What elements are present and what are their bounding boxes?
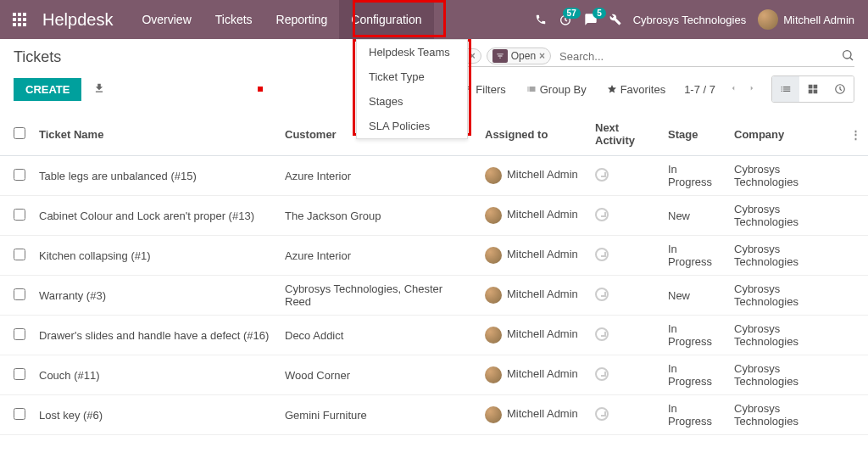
dd-helpdesk-teams[interactable]: Helpdesk Teams bbox=[357, 40, 467, 64]
assignee-avatar bbox=[485, 327, 502, 344]
pager-next[interactable] bbox=[744, 79, 760, 100]
import-icon[interactable] bbox=[93, 82, 105, 97]
cell-activity[interactable] bbox=[588, 395, 661, 435]
groupby-button[interactable]: Group By bbox=[518, 78, 595, 101]
col-assigned[interactable]: Assigned to bbox=[478, 113, 588, 156]
view-activity-icon[interactable] bbox=[826, 76, 854, 102]
cell-activity[interactable] bbox=[588, 196, 661, 236]
search-input[interactable] bbox=[556, 48, 841, 64]
cell-activity[interactable] bbox=[588, 316, 661, 355]
svg-rect-2 bbox=[23, 13, 26, 16]
assignee-avatar bbox=[485, 207, 502, 224]
view-list-icon[interactable] bbox=[772, 76, 799, 102]
nav-items: Overview Tickets Reporting Configuration bbox=[130, 0, 433, 39]
nav-configuration[interactable]: Configuration bbox=[339, 0, 433, 39]
svg-rect-11 bbox=[809, 85, 813, 89]
svg-rect-7 bbox=[18, 23, 21, 26]
cell-assigned: Mitchell Admin bbox=[478, 276, 588, 316]
assignee-avatar bbox=[485, 366, 502, 383]
svg-rect-6 bbox=[13, 23, 16, 26]
view-kanban-icon[interactable] bbox=[799, 76, 826, 102]
table-row[interactable]: Table legs are unbalanced (#15) Azure In… bbox=[0, 156, 868, 196]
cell-stage: In Progress bbox=[661, 316, 727, 355]
user-name-label: Mitchell Admin bbox=[783, 14, 854, 26]
red-marker bbox=[258, 87, 263, 92]
search-icon[interactable] bbox=[841, 48, 854, 64]
timer-icon[interactable]: 57 bbox=[559, 13, 572, 26]
nav-reporting[interactable]: Reporting bbox=[264, 0, 340, 39]
chip-close-icon[interactable]: × bbox=[470, 50, 476, 62]
cell-stage: New bbox=[661, 276, 727, 316]
cell-activity[interactable] bbox=[588, 276, 661, 316]
table-row[interactable]: Drawer's slides and handle have a defect… bbox=[0, 316, 868, 355]
tools-icon[interactable] bbox=[609, 14, 621, 25]
cell-customer: Wood Corner bbox=[278, 355, 478, 395]
cell-customer: Gemini Furniture bbox=[278, 395, 478, 435]
row-checkbox[interactable] bbox=[14, 288, 25, 300]
chip-close-icon[interactable]: × bbox=[539, 50, 545, 62]
table-row[interactable]: Couch (#11) Wood Corner Mitchell Admin I… bbox=[0, 355, 868, 395]
user-menu[interactable]: Mitchell Admin bbox=[758, 9, 854, 30]
col-options-icon[interactable]: ⋮ bbox=[843, 113, 868, 156]
nav-tickets[interactable]: Tickets bbox=[203, 0, 264, 39]
chat-badge: 5 bbox=[593, 8, 606, 19]
filter-chip-open[interactable]: Open × bbox=[487, 48, 551, 64]
row-checkbox[interactable] bbox=[14, 328, 25, 340]
assignee-avatar bbox=[485, 247, 502, 264]
dd-stages[interactable]: Stages bbox=[357, 89, 467, 114]
nav-overview[interactable]: Overview bbox=[130, 0, 203, 39]
dd-ticket-type[interactable]: Ticket Type bbox=[357, 64, 467, 89]
user-avatar bbox=[758, 9, 778, 30]
pager-text[interactable]: 1-7 / 7 bbox=[684, 83, 715, 96]
table-row[interactable]: Kitchen collapsing (#1) Azure Interior M… bbox=[0, 236, 868, 276]
configuration-dropdown: Helpdesk Teams Ticket Type Stages SLA Po… bbox=[356, 39, 468, 139]
phone-icon[interactable] bbox=[535, 14, 547, 25]
assignee-avatar bbox=[485, 167, 502, 184]
svg-rect-3 bbox=[13, 18, 16, 21]
create-button[interactable]: CREATE bbox=[14, 78, 81, 101]
cell-activity[interactable] bbox=[588, 236, 661, 276]
cell-customer: Deco Addict bbox=[278, 316, 478, 355]
col-activity[interactable]: Next Activity bbox=[588, 113, 661, 156]
pager-prev[interactable] bbox=[726, 79, 741, 100]
svg-point-10 bbox=[843, 50, 851, 58]
table-row[interactable]: Warranty (#3) Cybrosys Technologies, Che… bbox=[0, 276, 868, 316]
svg-rect-4 bbox=[18, 18, 21, 21]
clock-icon bbox=[595, 407, 609, 421]
col-ticket-name[interactable]: Ticket Name bbox=[32, 113, 278, 156]
cell-customer: The Jackson Group bbox=[278, 196, 478, 236]
cell-activity[interactable] bbox=[588, 156, 661, 196]
dd-sla-policies[interactable]: SLA Policies bbox=[357, 114, 467, 138]
chat-icon[interactable]: 5 bbox=[584, 13, 598, 26]
select-all-checkbox[interactable] bbox=[14, 127, 25, 139]
company-name[interactable]: Cybrosys Technologies bbox=[633, 14, 746, 26]
svg-rect-14 bbox=[814, 90, 818, 94]
cell-activity[interactable] bbox=[588, 355, 661, 395]
table-row[interactable]: Lost key (#6) Gemini Furniture Mitchell … bbox=[0, 395, 868, 435]
tickets-table: Ticket Name Customer Assigned to Next Ac… bbox=[0, 113, 868, 435]
cell-name: Cabinet Colour and Lock aren't proper (#… bbox=[32, 196, 278, 236]
svg-rect-8 bbox=[23, 23, 26, 26]
row-checkbox[interactable] bbox=[14, 368, 25, 380]
row-checkbox[interactable] bbox=[14, 169, 25, 181]
cell-company: Cybrosys Technologies bbox=[727, 156, 843, 196]
cell-company: Cybrosys Technologies bbox=[727, 196, 843, 236]
favorites-button[interactable]: Favorites bbox=[598, 78, 674, 101]
cell-assigned: Mitchell Admin bbox=[478, 236, 588, 276]
cell-name: Table legs are unbalanced (#15) bbox=[32, 156, 278, 196]
cell-company: Cybrosys Technologies bbox=[727, 355, 843, 395]
col-stage[interactable]: Stage bbox=[661, 113, 727, 156]
assignee-avatar bbox=[485, 406, 502, 423]
brand-title[interactable]: Helpdesk bbox=[34, 10, 130, 30]
row-checkbox[interactable] bbox=[14, 408, 25, 420]
cell-company: Cybrosys Technologies bbox=[727, 276, 843, 316]
cell-assigned: Mitchell Admin bbox=[478, 316, 588, 355]
apps-icon[interactable] bbox=[5, 5, 34, 34]
col-company[interactable]: Company bbox=[727, 113, 843, 156]
svg-rect-0 bbox=[13, 13, 16, 16]
table-row[interactable]: Cabinet Colour and Lock aren't proper (#… bbox=[0, 196, 868, 236]
cell-stage: In Progress bbox=[661, 355, 727, 395]
row-checkbox[interactable] bbox=[14, 209, 25, 221]
cell-assigned: Mitchell Admin bbox=[478, 156, 588, 196]
row-checkbox[interactable] bbox=[14, 249, 25, 260]
